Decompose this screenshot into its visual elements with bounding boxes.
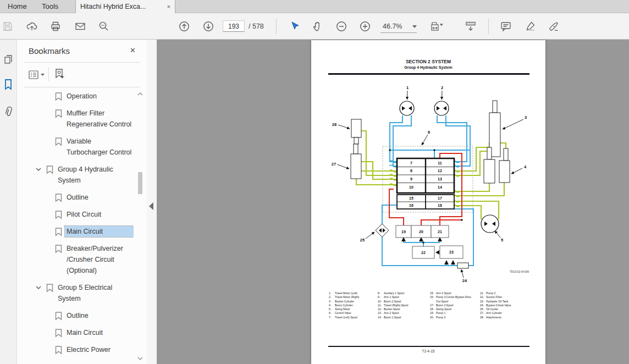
- attachments-cylinder: [351, 119, 361, 144]
- bookmark-icon: [3, 79, 13, 91]
- chevron-down-icon: [412, 25, 417, 28]
- save-button[interactable]: [1, 20, 14, 33]
- bookmark-icon: [46, 166, 53, 174]
- comment-button[interactable]: [499, 20, 512, 33]
- scroll-down-icon[interactable]: [137, 355, 144, 362]
- svg-text:10: 10: [409, 185, 413, 189]
- chevron-down-icon[interactable]: [35, 285, 42, 290]
- scrollbar-thumb[interactable]: [138, 172, 142, 194]
- print-button[interactable]: [49, 20, 62, 33]
- save-icon: [2, 21, 13, 32]
- bookmark-item-muffler-filter[interactable]: Muffler Filter Regenerative Control: [16, 108, 134, 130]
- zoom-level-value: 46.7%: [383, 23, 412, 30]
- bookmark-icon: [55, 194, 62, 202]
- svg-text:13: 13: [438, 177, 442, 181]
- bookmark-group-electrical-system[interactable]: Group 5 Electrical System: [16, 282, 134, 304]
- zoom-level-dropdown[interactable]: 46.7%: [380, 20, 417, 33]
- sign-button[interactable]: [548, 20, 561, 33]
- svg-text:1: 1: [406, 85, 409, 90]
- continuous-scroll-icon: [465, 20, 477, 32]
- svg-text:4: 4: [524, 164, 527, 169]
- next-page-button[interactable]: [202, 20, 215, 33]
- bookmark-options-button[interactable]: [27, 68, 46, 82]
- svg-text:6: 6: [428, 130, 430, 135]
- bookmark-item-outline[interactable]: Outline: [16, 192, 134, 203]
- legend-column-1: 1-Travel Motor (Left) 2-Travel Motor (Ri…: [329, 291, 375, 319]
- previous-page-button[interactable]: [178, 20, 191, 33]
- svg-text:21: 21: [438, 230, 442, 234]
- document-tab[interactable]: Hitachi Hybrid Exca... ×: [75, 0, 175, 13]
- selected-bookmark-label: Main Circuit: [65, 226, 134, 237]
- hand-tool-button[interactable]: [311, 20, 324, 33]
- bookmark-item-main-circuit-selected[interactable]: Main Circuit: [16, 226, 134, 237]
- svg-text:11: 11: [438, 161, 442, 165]
- print-icon: [49, 20, 62, 32]
- toolbar-divider: [488, 19, 489, 34]
- page-count-label: / 578: [249, 23, 264, 30]
- travel-motor-left: [400, 101, 414, 115]
- highlighter-icon: [524, 20, 536, 32]
- page-group-subtitle: Group 4 Hydraulic System: [311, 65, 545, 69]
- document-viewport[interactable]: SECTION 2 SYSTEM Group 4 Hydraulic Syste…: [157, 40, 629, 364]
- page-display-button[interactable]: [430, 20, 449, 33]
- select-tool-button[interactable]: [288, 20, 301, 33]
- svg-text:2: 2: [441, 85, 443, 90]
- bookmarks-panel-button[interactable]: [2, 78, 15, 91]
- scrolling-mode-button[interactable]: [464, 20, 477, 33]
- svg-text:23: 23: [449, 250, 454, 254]
- attachments-panel-button[interactable]: [2, 104, 15, 118]
- bookmark-item-pilot-circuit[interactable]: Pilot Circuit: [16, 209, 134, 220]
- svg-text:12: 12: [438, 169, 442, 173]
- pdf-page: SECTION 2 SYSTEM Group 4 Hydraulic Syste…: [311, 40, 545, 364]
- page-number-input[interactable]: [223, 20, 245, 32]
- bookmarks-toolbar: [16, 63, 147, 87]
- collapse-panel-icon[interactable]: [149, 202, 153, 210]
- panel-collapse-strip[interactable]: [147, 40, 157, 364]
- envelope-icon: [74, 20, 86, 32]
- svg-text:9: 9: [410, 177, 412, 181]
- bookmark-item-operation[interactable]: Operation: [16, 91, 134, 102]
- bookmark-group-hydraulic-system[interactable]: Group 4 Hydraulic System: [16, 164, 134, 186]
- header-rule: [328, 73, 529, 75]
- share-upload-button[interactable]: [25, 20, 38, 33]
- panel-toolbar-divider: [48, 67, 49, 81]
- tab-home[interactable]: Home: [0, 0, 35, 13]
- close-panel-icon[interactable]: ✕: [130, 46, 136, 54]
- svg-text:27: 27: [332, 162, 336, 167]
- legend-column-2: 8-Auxiliary 1 Spool 9-Arm 1 Spool 10-Boo…: [378, 291, 427, 319]
- zoom-in-button[interactable]: [358, 20, 372, 33]
- tab-tools[interactable]: Tools: [34, 0, 66, 13]
- svg-text:14: 14: [438, 185, 442, 189]
- svg-text:20: 20: [419, 230, 423, 234]
- comment-bubble-icon: [500, 20, 512, 32]
- find-current-bookmark-icon: [54, 68, 66, 81]
- main-toolbar: / 578 46.7%: [0, 13, 629, 40]
- plus-circle-icon: [359, 20, 371, 32]
- chevron-down-icon[interactable]: [35, 167, 42, 172]
- page-up-icon: [178, 20, 190, 32]
- document-tab-title: Hitachi Hybrid Exca...: [80, 3, 164, 10]
- bookmark-item-main-circuit-2[interactable]: Main Circuit: [16, 327, 134, 338]
- svg-text:18: 18: [438, 203, 442, 207]
- page-thumbnails-button[interactable]: [2, 53, 15, 66]
- page-down-icon: [202, 20, 214, 32]
- page-section-title: SECTION 2 SYSTEM: [311, 59, 545, 64]
- bookmark-item-breaker-pulverizer[interactable]: Breaker/Pulverizer /Crusher Circuit (Opt…: [16, 243, 134, 276]
- bookmark-item-outline-2[interactable]: Outline: [16, 310, 134, 321]
- bookmark-item-variable-turbocharger[interactable]: Variable Turbocharger Control: [16, 136, 134, 158]
- panel-scrollbar[interactable]: [137, 91, 144, 362]
- highlight-button[interactable]: [523, 20, 537, 33]
- bookmark-icon: [55, 109, 62, 118]
- oil-cooler: [376, 224, 389, 237]
- scroll-up-icon[interactable]: [137, 91, 144, 97]
- bookmarks-panel-title: Bookmarks: [29, 46, 70, 56]
- bookmark-item-electric-power[interactable]: Electric Power: [16, 344, 134, 355]
- zoom-out-button[interactable]: [335, 20, 348, 33]
- find-button[interactable]: [97, 20, 111, 33]
- expand-current-bookmark-button[interactable]: [53, 68, 67, 82]
- bookmark-icon: [55, 245, 62, 253]
- email-button[interactable]: [74, 20, 87, 33]
- document-tab-close-icon[interactable]: ×: [167, 3, 170, 10]
- figure-code: TDCS-02-04-006: [510, 271, 529, 273]
- options-menu-icon: [28, 69, 46, 80]
